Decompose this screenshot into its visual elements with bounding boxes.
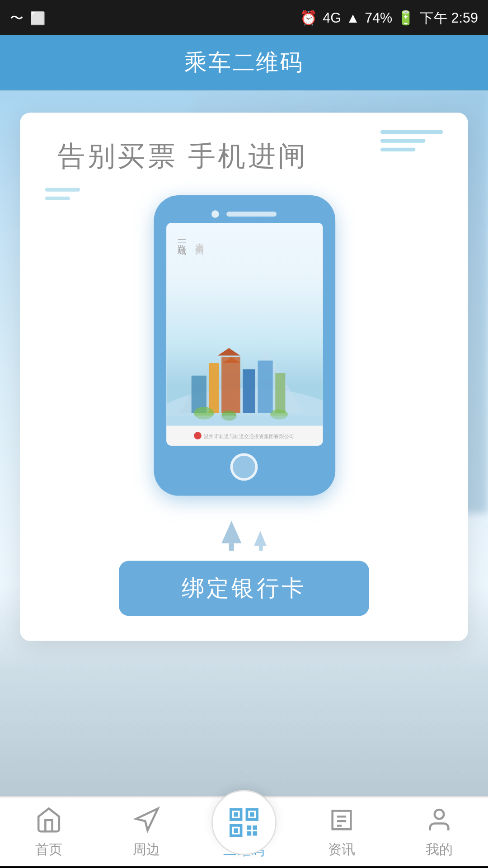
- screen-text-left: 一路一城: [176, 236, 188, 241]
- screen-content: 一路一城 幸福温州: [166, 223, 322, 426]
- battery-label: 74%: [365, 10, 392, 25]
- phone-home-button: [230, 453, 258, 481]
- nav-item-nearby[interactable]: 周边: [98, 806, 195, 858]
- screenshot-icon: ⬜: [30, 11, 45, 24]
- svg-point-30: [435, 809, 444, 818]
- news-label: 资讯: [328, 840, 356, 859]
- bind-bank-card-button[interactable]: 绑定银行卡: [119, 561, 369, 616]
- screen-vertical-texts: 一路一城 幸福温州: [176, 236, 206, 241]
- app-container: 〜 ⬜ ⏰ 4G ▲ 74% 🔋 下午 2:59 乘车二维码: [0, 0, 488, 866]
- deco-line-2: [380, 139, 426, 142]
- qrcode-center-button[interactable]: [211, 790, 277, 855]
- screen-text-right: 幸福温州: [193, 236, 206, 241]
- card-tagline: 告别买票 手机进闸: [57, 138, 308, 175]
- city-skyline-svg: [166, 326, 322, 426]
- screen-footer: 温州市轨道与轨道交通投资集团有限公司: [166, 426, 322, 446]
- battery-icon: 🔋: [397, 9, 415, 26]
- phone-speaker: [226, 212, 277, 217]
- deco-line-1: [380, 130, 443, 134]
- svg-rect-7: [257, 361, 272, 413]
- deco-lines-left: [45, 188, 80, 200]
- tree-trunk-small: [258, 546, 262, 551]
- news-icon: [328, 806, 356, 837]
- tree-big: [221, 521, 241, 543]
- svg-rect-21: [234, 828, 238, 833]
- deco-lines-top-right: [380, 130, 443, 151]
- svg-rect-25: [247, 831, 251, 836]
- activity-icon: 〜: [10, 8, 23, 27]
- svg-rect-14: [166, 415, 322, 425]
- phone-camera: [211, 210, 219, 218]
- profile-label: 我的: [426, 840, 453, 859]
- svg-rect-23: [247, 826, 251, 830]
- decoration-trees: [221, 521, 267, 551]
- nav-item-home[interactable]: 首页: [0, 806, 98, 858]
- home-label: 首页: [35, 840, 63, 859]
- svg-rect-8: [275, 373, 285, 413]
- svg-rect-20: [250, 812, 254, 817]
- background-area: 告别买票 手机进闸 一路一城 幸福温州: [0, 90, 488, 796]
- status-bar: 〜 ⬜ ⏰ 4G ▲ 74% 🔋 下午 2:59: [0, 0, 488, 35]
- phone-mockup: 一路一城 幸福温州: [153, 195, 335, 496]
- svg-rect-4: [208, 363, 218, 413]
- deco-line-left-2: [45, 197, 70, 200]
- network-label: 4G: [323, 10, 341, 25]
- deco-line-3: [380, 148, 416, 151]
- status-right: ⏰ 4G ▲ 74% 🔋 下午 2:59: [300, 8, 478, 27]
- navigate-icon: [133, 806, 160, 837]
- svg-rect-26: [253, 831, 257, 836]
- app-header: 乘车二维码: [0, 35, 488, 90]
- svg-marker-15: [136, 808, 158, 830]
- tree-small: [254, 531, 267, 546]
- svg-rect-5: [221, 357, 240, 413]
- svg-rect-6: [242, 369, 255, 413]
- svg-marker-10: [217, 348, 239, 356]
- status-left-icons: 〜 ⬜: [10, 8, 45, 27]
- deco-line-left-1: [45, 188, 80, 191]
- tree-trunk-big: [229, 543, 234, 551]
- nav-item-profile[interactable]: 我的: [390, 806, 488, 858]
- time-label: 下午 2:59: [420, 8, 478, 27]
- home-icon: [35, 806, 63, 837]
- footer-logo: [194, 432, 202, 439]
- svg-rect-19: [234, 812, 238, 817]
- signal-icon: ▲: [346, 10, 360, 25]
- nav-item-news[interactable]: 资讯: [293, 806, 390, 858]
- svg-rect-24: [253, 826, 257, 830]
- person-icon: [426, 806, 453, 837]
- nav-item-qrcode[interactable]: 二维码: [195, 804, 293, 860]
- bottom-navigation: 首页 周边: [0, 796, 488, 866]
- alarm-icon: ⏰: [300, 9, 318, 26]
- page-title: 乘车二维码: [184, 47, 303, 77]
- nearby-label: 周边: [133, 840, 160, 859]
- phone-screen: 一路一城 幸福温州: [166, 223, 322, 446]
- footer-company-text: 温州市轨道与轨道交通投资集团有限公司: [204, 433, 294, 439]
- qrcode-icon: [226, 805, 262, 840]
- main-card: 告别买票 手机进闸 一路一城 幸福温州: [20, 113, 468, 641]
